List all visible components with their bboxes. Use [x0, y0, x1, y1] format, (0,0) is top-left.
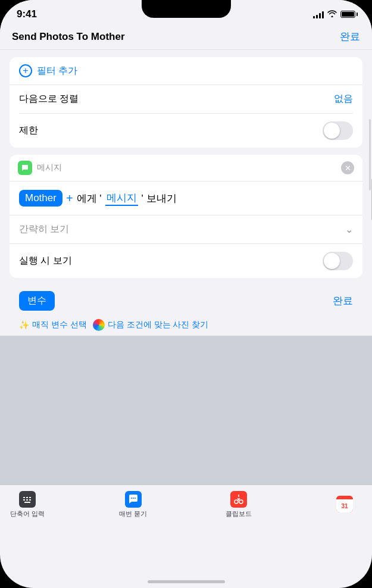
- magic-variable-label: 매직 변수 선택: [32, 320, 87, 330]
- message-header: 메시지 ✕: [10, 155, 362, 182]
- chevron-down-icon: ⌄: [345, 224, 353, 235]
- phone-frame: 9:41 Send Photos To Mother 완료: [0, 0, 372, 588]
- svg-point-11: [135, 498, 136, 499]
- limit-label: 제한: [19, 124, 38, 137]
- sort-label: 다음으로 정렬: [19, 93, 79, 105]
- clipboard-item[interactable]: 클립보드: [221, 491, 257, 518]
- keyboard-area: [0, 336, 372, 484]
- action-text-part1: 에게 ': [77, 192, 102, 205]
- signal-icon: [313, 11, 324, 18]
- ask-each-time-item[interactable]: 매번 묻기: [115, 491, 151, 518]
- svg-rect-7: [29, 499, 31, 501]
- magic-variable-suggestion[interactable]: ✨ 매직 변수 선택: [19, 320, 87, 330]
- messages-app-icon: [18, 161, 32, 175]
- status-time: 9:41: [17, 8, 37, 20]
- add-filter-row[interactable]: + 필터 추가: [10, 57, 362, 85]
- runtime-row[interactable]: 실행 시 보기: [10, 244, 362, 278]
- photos-suggestion[interactable]: 다음 조건에 맞는 사진 찾기: [93, 319, 209, 331]
- suggestions-row: ✨ 매직 변수 선택 다음 조건에 맞는 사진 찾기: [10, 317, 362, 336]
- shortcut-input-label: 단축어 입력: [10, 509, 45, 518]
- svg-rect-5: [23, 499, 25, 501]
- add-filter-label: 필터 추가: [37, 65, 77, 77]
- add-filter-icon: +: [19, 64, 32, 77]
- message-app-label: 메시지: [37, 162, 62, 173]
- svg-rect-2: [23, 497, 25, 498]
- nav-done-button[interactable]: 완료: [340, 30, 360, 43]
- runtime-label: 실행 시 보기: [19, 255, 72, 267]
- message-input-chip[interactable]: 메시지: [105, 191, 138, 206]
- keyboard-icon: [19, 491, 36, 508]
- shortcut-input-item[interactable]: 단축어 입력: [10, 491, 45, 518]
- notch: [142, 0, 231, 18]
- runtime-toggle[interactable]: [323, 252, 353, 270]
- home-indicator: [148, 580, 225, 583]
- magic-wand-icon: ✨: [19, 320, 29, 330]
- chat-icon: [125, 491, 142, 508]
- wifi-icon: [327, 10, 337, 19]
- limit-row[interactable]: 제한: [10, 114, 362, 148]
- variable-button[interactable]: 변수: [19, 291, 55, 311]
- svg-rect-8: [24, 502, 30, 503]
- action-text-part2: ' 보내기: [142, 192, 177, 205]
- svg-point-10: [133, 498, 134, 499]
- svg-point-9: [131, 498, 132, 499]
- sort-value: 없음: [334, 93, 353, 105]
- photos-icon: [93, 319, 105, 331]
- close-button[interactable]: ✕: [341, 161, 354, 174]
- sort-row[interactable]: 다음으로 정렬 없음: [10, 85, 362, 113]
- variable-done-button[interactable]: 완료: [333, 294, 353, 308]
- message-card: 메시지 ✕ Mother + 에게 ' 메시지 ' 보내기 간략히 보기 ⌄ 실…: [10, 155, 362, 278]
- scissors-icon: [230, 491, 247, 508]
- filter-sort-card: + 필터 추가 다음으로 정렬 없음 제한: [10, 57, 362, 148]
- nav-title: Send Photos To Mother: [12, 31, 125, 43]
- clipboard-label: 클립보드: [226, 509, 252, 518]
- svg-rect-4: [29, 497, 31, 498]
- collapse-row[interactable]: 간략히 보기 ⌄: [10, 215, 362, 244]
- variable-bar: 변수 완료: [10, 285, 362, 317]
- message-action-row: Mother + 에게 ' 메시지 ' 보내기: [10, 182, 362, 215]
- nav-bar: Send Photos To Mother 완료: [0, 24, 372, 50]
- scroll-handle[interactable]: [369, 119, 371, 190]
- limit-toggle[interactable]: [323, 121, 353, 140]
- status-icons: [313, 10, 355, 19]
- collapse-label: 간략히 보기: [19, 223, 69, 236]
- ask-each-label: 매번 묻기: [119, 509, 147, 518]
- svg-rect-6: [26, 499, 28, 501]
- bottom-toolbar: 단축어 입력 매번 묻기: [0, 484, 372, 523]
- contact-chip[interactable]: Mother: [19, 190, 62, 207]
- photos-suggestion-label: 다음 조건에 맞는 사진 찾기: [108, 320, 209, 330]
- svg-rect-3: [26, 497, 28, 498]
- battery-icon: [340, 11, 355, 18]
- add-contact-button[interactable]: +: [66, 192, 73, 205]
- main-content: + 필터 추가 다음으로 정렬 없음 제한: [0, 57, 372, 336]
- calendar-item[interactable]: 31: [327, 496, 362, 514]
- calendar-icon: 31: [336, 496, 353, 512]
